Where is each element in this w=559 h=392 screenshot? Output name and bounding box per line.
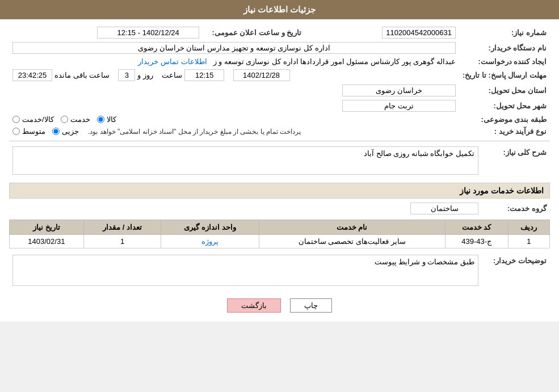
need-desc-section: شرح کلی نیاز: bbox=[9, 145, 550, 178]
buyer-desc-section: توضیحات خریدار: bbox=[9, 253, 550, 289]
service-group-box: ساختمان bbox=[410, 203, 478, 214]
city-label: شهر محل تحویل: bbox=[459, 98, 550, 113]
service-group-value: ساختمان bbox=[9, 201, 482, 216]
page-title: جزئیات اطلاعات نیاز bbox=[243, 5, 316, 14]
purchase-radio-group: متوسط جزیی bbox=[12, 127, 79, 136]
deadline-remaining-box: 23:42:25 bbox=[12, 69, 52, 81]
buyer-desc-value bbox=[9, 253, 482, 289]
category-kala-khadamat-radio[interactable] bbox=[12, 116, 20, 123]
back-button[interactable]: بازگشت bbox=[227, 298, 281, 313]
purchase-motevaset-label: متوسط bbox=[12, 127, 45, 136]
category-label: طبقه بندی موضوعی: bbox=[459, 113, 550, 125]
col-service-code: کد خدمت bbox=[445, 220, 508, 235]
category-options: کالا/خدمت خدمت کالا bbox=[9, 113, 459, 125]
creator-text: عبداله گوهری پور کارشناس مسئول امور قرار… bbox=[213, 57, 456, 66]
deadline-date-box: 1402/12/28 bbox=[233, 69, 290, 81]
buyer-desc-textarea bbox=[12, 255, 478, 286]
col-service-name: نام خدمت bbox=[259, 220, 445, 235]
category-khadamat-text: خدمت bbox=[70, 115, 90, 124]
province-value: خراسان رضوی bbox=[9, 83, 459, 98]
bottom-buttons: چاپ بازگشت bbox=[9, 298, 550, 313]
announce-date-label: تاریخ و ساعت اعلان عمومی: bbox=[203, 25, 305, 40]
city-value: تربت جام bbox=[9, 98, 459, 113]
row-num-1: 1 bbox=[508, 235, 549, 248]
purchase-motevaset-text: متوسط bbox=[22, 127, 45, 136]
need-desc-textarea bbox=[12, 146, 478, 175]
category-kala-text: کالا bbox=[107, 115, 116, 124]
buyer-desc-row: توضیحات خریدار: bbox=[9, 253, 550, 289]
service-group-section: گروه خدمت: ساختمان bbox=[9, 201, 550, 216]
buyer-org-label: نام دستگاه خریدار: bbox=[459, 40, 550, 56]
need-number-box: 1102004542000631 bbox=[382, 27, 456, 39]
province-label: استان محل تحویل: bbox=[459, 83, 550, 98]
need-number-value: 1102004542000631 bbox=[316, 25, 459, 40]
province-row: استان محل تحویل: خراسان رضوی bbox=[9, 83, 550, 98]
divider-1 bbox=[9, 141, 550, 141]
services-table-header-row: ردیف کد خدمت نام خدمت واحد اندازه گیری ت… bbox=[10, 220, 550, 235]
need-date-1: 1403/02/31 bbox=[10, 235, 84, 248]
col-row-num: ردیف bbox=[508, 220, 549, 235]
need-number-label: شماره نیاز: bbox=[459, 25, 550, 40]
page-wrapper: جزئیات اطلاعات نیاز شماره نیاز: 11020045… bbox=[0, 0, 559, 322]
purchase-note: پرداخت تمام یا بخشی از مبلغ خریدار از مح… bbox=[88, 128, 301, 136]
category-khadamat-label: خدمت bbox=[61, 115, 90, 124]
purchase-jozei-radio[interactable] bbox=[52, 128, 60, 135]
page-header: جزئیات اطلاعات نیاز bbox=[0, 0, 559, 19]
purchase-type-label: نوع فرآیند خرید : bbox=[459, 125, 550, 137]
city-row: شهر محل تحویل: تربت جام bbox=[9, 98, 550, 113]
category-kala-radio[interactable] bbox=[97, 116, 104, 123]
category-row: طبقه بندی موضوعی: کالا/خدمت خدمت کالا bbox=[9, 113, 550, 125]
creator-value: عبداله گوهری پور کارشناس مسئول امور قرار… bbox=[9, 56, 459, 68]
info-section: شماره نیاز: 1102004542000631 تاریخ و ساع… bbox=[9, 25, 550, 137]
deadline-date-row: 23:42:25 ساعت باقی مانده 3 روز و ساعت 12… bbox=[12, 69, 456, 81]
buyer-org-box: اداره کل نوسازی توسعه و تجهیز مدارس استا… bbox=[12, 42, 456, 54]
purchase-jozei-text: جزیی bbox=[62, 127, 79, 136]
services-table: ردیف کد خدمت نام خدمت واحد اندازه گیری ت… bbox=[9, 220, 550, 248]
table-row: 1 ج-43-439 سایر فعالیت‌های تخصصی ساختمان… bbox=[10, 235, 550, 248]
deadline-days-label: روز و bbox=[137, 71, 153, 79]
category-khadamat-radio[interactable] bbox=[61, 116, 68, 123]
need-desc-label: شرح کلی نیاز: bbox=[482, 145, 550, 178]
deadline-days-box: 3 bbox=[118, 69, 135, 81]
purchase-type-options: متوسط جزیی پرداخت تمام یا بخشی از مبلغ خ… bbox=[9, 125, 459, 137]
col-quantity: تعداد / مقدار bbox=[83, 220, 161, 235]
main-content: شماره نیاز: 1102004542000631 تاریخ و ساع… bbox=[0, 19, 559, 322]
buyer-desc-label: توضیحات خریدار: bbox=[482, 253, 550, 289]
need-number-row: شماره نیاز: 1102004542000631 تاریخ و ساع… bbox=[9, 25, 550, 40]
province-box: خراسان رضوی bbox=[342, 85, 456, 96]
buyer-org-value: اداره کل نوسازی توسعه و تجهیز مدارس استا… bbox=[9, 40, 459, 56]
buyer-org-row: نام دستگاه خریدار: اداره کل نوسازی توسعه… bbox=[9, 40, 550, 56]
quantity-1: 1 bbox=[83, 235, 161, 248]
deadline-time-label: ساعت bbox=[162, 71, 182, 79]
col-unit: واحد اندازه گیری bbox=[161, 220, 259, 235]
category-kala-khadamat-label: کالا/خدمت bbox=[12, 115, 54, 124]
col-need-date: تاریخ نیاز bbox=[10, 220, 84, 235]
services-table-body: 1 ج-43-439 سایر فعالیت‌های تخصصی ساختمان… bbox=[10, 235, 550, 248]
need-desc-row: شرح کلی نیاز: bbox=[9, 145, 550, 178]
need-desc-value bbox=[9, 145, 482, 178]
creator-label: ایجاد کننده درخواست: bbox=[459, 56, 550, 68]
creator-link[interactable]: اطلاعات تماس خریدار bbox=[138, 57, 207, 66]
purchase-jozei-label: جزیی bbox=[52, 127, 79, 136]
deadline-row: مهلت ارسال پاسخ: تا تاریخ: 23:42:25 ساعت… bbox=[9, 68, 550, 83]
announce-date-box: 1402/12/24 - 12:15 bbox=[97, 27, 199, 39]
deadline-label: مهلت ارسال پاسخ: تا تاریخ: bbox=[459, 68, 550, 83]
service-code-1: ج-43-439 bbox=[445, 235, 508, 248]
deadline-remaining-label: ساعت باقی مانده bbox=[54, 71, 110, 79]
deadline-value: 23:42:25 ساعت باقی مانده 3 روز و ساعت 12… bbox=[9, 68, 459, 83]
print-button[interactable]: چاپ bbox=[290, 298, 332, 313]
unit-1: پروژه bbox=[161, 235, 259, 248]
services-table-head: ردیف کد خدمت نام خدمت واحد اندازه گیری ت… bbox=[10, 220, 550, 235]
service-group-row: گروه خدمت: ساختمان bbox=[9, 201, 550, 216]
service-group-label: گروه خدمت: bbox=[482, 201, 550, 216]
category-kala-label: کالا bbox=[97, 115, 116, 124]
creator-row: ایجاد کننده درخواست: عبداله گوهری پور کا… bbox=[9, 56, 550, 68]
services-section-title: اطلاعات خدمات مورد نیاز bbox=[9, 183, 550, 199]
announce-date-value: 1402/12/24 - 12:15 bbox=[9, 25, 203, 40]
service-name-1: سایر فعالیت‌های تخصصی ساختمان bbox=[259, 235, 445, 248]
purchase-motevaset-radio[interactable] bbox=[12, 128, 20, 135]
city-box: تربت جام bbox=[342, 100, 456, 112]
category-kala-khadamat-text: کالا/خدمت bbox=[22, 115, 54, 124]
deadline-time-box: 12:15 bbox=[184, 69, 224, 81]
purchase-type-row: نوع فرآیند خرید : متوسط جزیی bbox=[9, 125, 550, 137]
